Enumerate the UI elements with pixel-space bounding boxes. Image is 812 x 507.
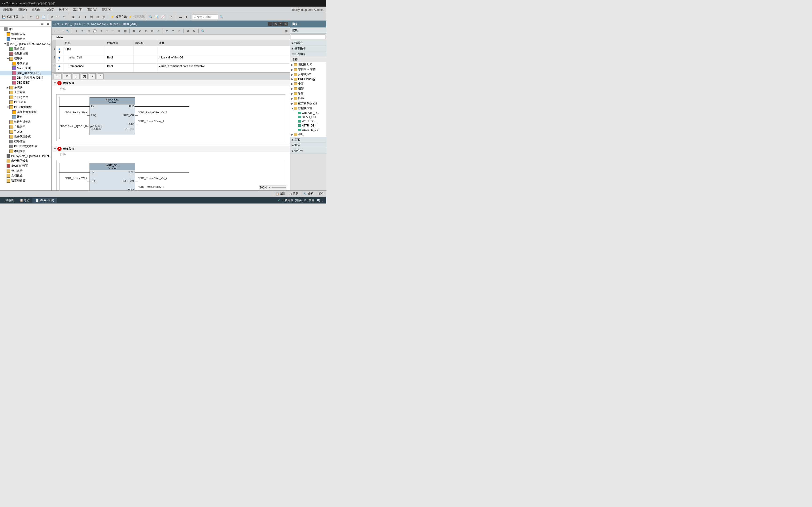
port-output-label[interactable]: "DB1_Recipe".Busy_1 [138, 120, 171, 122]
rp-addon[interactable]: ▶选件包 [290, 148, 326, 154]
bc-plc[interactable]: PLC_1 [CPU 1217C DC/DC/DC] [65, 22, 106, 25]
tree-view-btn-2[interactable]: ▦ [45, 21, 51, 26]
lad-contact-no[interactable]: ⊣⊢ [54, 73, 61, 79]
rp-options[interactable]: 选项 [290, 27, 326, 34]
rp-favorites[interactable]: ▶收藏夹 [290, 40, 326, 46]
var-row[interactable]: 3◈ ▪RemanenceBool=True, if remanent data… [52, 64, 290, 72]
tree-node-------[interactable]: 未分组的设备 [0, 158, 51, 163]
tree-node-----[interactable]: 添加新块 [0, 61, 51, 66]
go-online-button[interactable]: ⚡ [109, 14, 115, 20]
bc-project[interactable]: 项目1 [54, 22, 61, 26]
tree-node------[interactable]: 设备和网络 [0, 37, 51, 42]
save-button[interactable]: 💾 [1, 14, 7, 20]
vh-note[interactable]: 注释 [157, 40, 290, 46]
instruction-----I-O[interactable]: ▶分布式 I/O [290, 72, 326, 77]
et-btn-1[interactable]: ⟵ [53, 28, 58, 34]
status-diagnostics[interactable]: 🔧诊断 [301, 191, 316, 197]
et-btn-13[interactable]: ↻ [131, 28, 137, 34]
et-btn-8[interactable]: ⊞ [98, 28, 104, 34]
port-output-label[interactable]: "DB1_Recipe".Ret_Val_1 [138, 111, 171, 114]
tree-node-----[interactable]: 在线备份 [0, 124, 51, 129]
et-btn-9[interactable]: ⊟ [104, 28, 110, 34]
et-btn-7[interactable]: 💬 [92, 28, 98, 34]
tree-node------[interactable]: 在线和诊断 [0, 51, 51, 56]
et-btn-6[interactable]: ▤ [86, 28, 91, 34]
tree-node-----[interactable]: 本地模块 [0, 149, 51, 154]
tree-node--1[interactable]: 目1 [0, 27, 51, 32]
et-btn-21[interactable]: ↺ [185, 28, 191, 34]
tree-node----[interactable]: ▶系统块 [0, 85, 51, 90]
minimize-button[interactable]: _ [268, 22, 272, 26]
main-ob1-tab[interactable]: 📄 Main (OB1) [33, 198, 57, 203]
status-plugins[interactable]: 插件 [316, 191, 326, 197]
et-btn-20[interactable]: ⊓ [176, 28, 182, 34]
instruction---[interactable]: ▶中断 [290, 81, 326, 86]
network-comment[interactable]: 注释 [52, 86, 290, 92]
go-online-label[interactable]: 转至在线 [116, 15, 127, 19]
undo-button[interactable]: ↶ [55, 14, 61, 20]
tb-btn-7[interactable]: 🔍 [148, 14, 153, 20]
instruction--------[interactable]: ▶配方和数据记录 [290, 101, 326, 106]
download-button[interactable]: ⬇ [77, 14, 82, 20]
rp-tech[interactable]: ▶工艺 [290, 137, 326, 143]
tree-node-Security---[interactable]: Security 设置 [0, 163, 51, 168]
vh-def[interactable]: 默认值 [134, 40, 157, 46]
menu-edit[interactable]: 编辑(E) [1, 7, 15, 13]
et-btn-12[interactable]: ▦ [122, 28, 128, 34]
tree-node-------[interactable]: 监控与强制表 [0, 119, 51, 124]
upload-button[interactable]: ⬆ [83, 14, 88, 20]
tree-node-DB4_------DB4-[interactable]: DB4_活动配方 [DB4] [0, 75, 51, 80]
tree-node-DB5--DB5-[interactable]: DB5 [DB5] [0, 80, 51, 85]
instruction---[interactable]: ▶诊断 [290, 91, 326, 96]
instruction---[interactable]: ▶脉冲 [290, 96, 326, 101]
port-input-label[interactable]: "DB1_Recipe".Read [60, 111, 88, 114]
bc-blocks[interactable]: 程序块 [110, 22, 118, 26]
status-info[interactable]: ℹ信息 [288, 191, 301, 197]
close-button[interactable]: ✕ [169, 14, 174, 20]
go-offline-button[interactable]: ⚡ [128, 14, 133, 20]
et-btn-10[interactable]: ⊡ [110, 28, 116, 34]
lad-box[interactable]: [?] [81, 73, 88, 79]
tb-btn-5[interactable]: ▧ [95, 14, 100, 20]
var-row[interactable]: 1◈ ▼Input [52, 46, 290, 55]
tb-btn-4[interactable]: ▦ [89, 14, 94, 20]
overview-tab[interactable]: 📋 总览 [17, 198, 33, 203]
network-collapse-icon[interactable]: ▼ [54, 81, 56, 85]
tree-node-PC-System_1--SIMATIC-PC-st--[interactable]: PC-System_1 [SIMATIC PC st.. [0, 154, 51, 158]
instruction------[interactable]: ▼数据块控制 [290, 106, 326, 111]
instruction------[interactable]: ▶日期和时间 [290, 62, 326, 67]
ladder-diagram[interactable]: READ_DBLVariantENREQ"DB1_Recipe".ReadSRC… [56, 94, 285, 141]
network-comment[interactable]: 注释 [52, 152, 290, 158]
tree-node----[interactable]: ▼程序块 [0, 56, 51, 61]
et-btn-3[interactable]: 🔧 [65, 28, 70, 34]
close-editor-button[interactable]: ✕ [283, 22, 288, 26]
print-button[interactable]: 🖨 [20, 14, 26, 20]
instruction---[interactable]: ▶寻址 [290, 132, 326, 137]
rp-extended[interactable]: ▼扩展指令 [290, 51, 326, 57]
tb-btn-9[interactable]: 📈 [160, 14, 166, 20]
tree-node-----[interactable]: 工艺对象 [0, 90, 51, 95]
menu-view[interactable]: 视图(V) [15, 7, 29, 13]
menu-tools[interactable]: 工具(T) [71, 7, 85, 13]
port-input-label[interactable]: "DB5".Static_1["DB1_Recipe".配方号 [60, 125, 88, 128]
restore-button[interactable]: ▢ [273, 22, 278, 26]
instruction-DELETE_DB[interactable]: DELETE_DB [290, 128, 326, 132]
instruction---------[interactable]: ▶字符串 + 字符 [290, 67, 326, 72]
et-btn-19[interactable]: ⊐ [170, 28, 176, 34]
tb-btn-6[interactable]: ▨ [101, 14, 106, 20]
instruction-READ_DBL[interactable]: READ_DBL [290, 115, 326, 119]
copy-button[interactable]: 📋 [35, 14, 40, 20]
tree-node--------[interactable]: 添加新数据类型 [0, 110, 51, 115]
tree-node-PLC---[interactable]: PLC 变量 [0, 100, 51, 105]
tree-node-Traces[interactable]: Traces [0, 129, 51, 134]
project-search-input[interactable] [192, 14, 218, 19]
tree-node-PLC_1--CPU-1217C-DC-DC-DC-[interactable]: ▼PLC_1 [CPU 1217C DC/DC/DC] [0, 42, 51, 46]
tree-view-btn-1[interactable]: ▤ [39, 21, 45, 26]
vh-name[interactable]: 名称 [63, 40, 105, 46]
rp-comm[interactable]: ▶通信 [290, 143, 326, 148]
lad-coil[interactable]: ⟮⟯ [73, 73, 80, 79]
et-btn-14[interactable]: ⟳ [137, 28, 143, 34]
instruction---[interactable]: ▶报警 [290, 86, 326, 91]
network-collapse-icon[interactable]: ▼ [54, 147, 56, 151]
menu-help[interactable]: 帮助(H) [100, 7, 114, 13]
